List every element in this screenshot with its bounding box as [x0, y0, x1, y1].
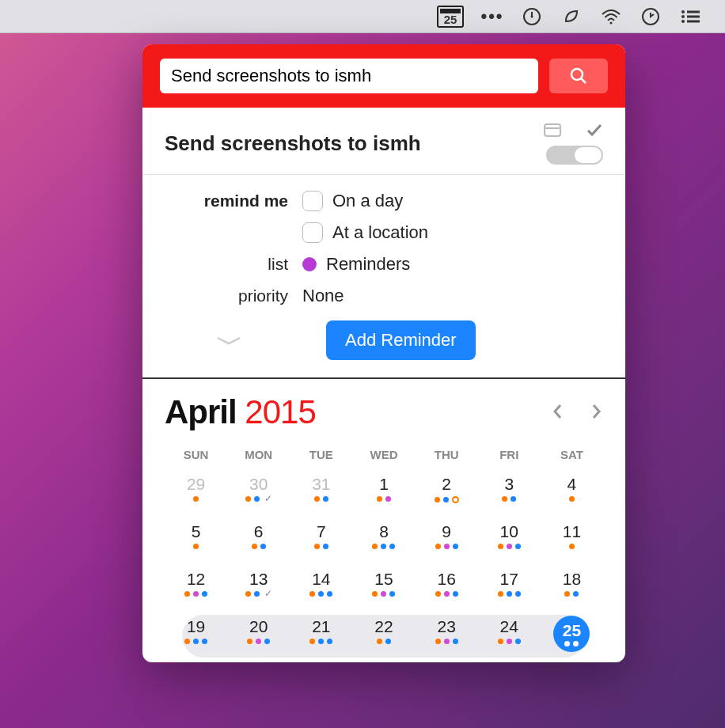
calendar-day[interactable]: 2 [416, 472, 478, 520]
day-number: 3 [504, 475, 514, 493]
day-number: 18 [563, 570, 581, 588]
event-dot [254, 591, 260, 597]
calendar-next-button[interactable] [590, 402, 603, 423]
calendar-day[interactable]: 19 [165, 615, 227, 662]
day-number: 8 [379, 522, 389, 540]
search-icon [569, 66, 588, 85]
event-dot [502, 496, 507, 502]
calendar-day[interactable]: 21 [290, 615, 352, 662]
reminder-mode-icon[interactable] [586, 122, 603, 141]
menubar-wifi-icon[interactable] [600, 6, 622, 28]
event-dot [260, 544, 266, 549]
menubar-leaf-icon[interactable] [560, 6, 583, 28]
day-number: 22 [374, 617, 393, 635]
calendar-day[interactable]: 11 [541, 520, 603, 567]
event-dot [318, 591, 324, 597]
day-number: 20 [249, 617, 268, 635]
menubar-more-icon[interactable]: ••• [481, 6, 503, 28]
calendar-prev-button[interactable] [551, 402, 564, 423]
calendar-day[interactable]: 24 [478, 615, 541, 662]
calendar-day[interactable]: 29 [165, 472, 227, 520]
calendar-day[interactable]: 13✓ [227, 567, 290, 615]
expand-chevron-icon[interactable] [169, 335, 288, 346]
event-dot [453, 639, 458, 644]
event-dot [515, 591, 521, 597]
event-dot [245, 496, 251, 502]
event-dot [435, 497, 440, 502]
menubar-list-icon[interactable] [679, 6, 701, 28]
calendar-title: April 2015 [165, 393, 316, 431]
list-label: list [169, 255, 288, 274]
calendar-day[interactable]: 5 [165, 520, 227, 567]
event-dot [435, 639, 441, 644]
svg-point-3 [610, 21, 613, 24]
day-number: 6 [254, 522, 264, 540]
event-dot [327, 639, 332, 644]
calendar-day[interactable]: 20 [227, 615, 290, 662]
menubar-info-icon[interactable] [521, 6, 543, 28]
mode-toggle[interactable] [546, 146, 603, 165]
event-dot [507, 591, 512, 597]
event-dot [569, 496, 575, 502]
event-dot [372, 544, 378, 549]
day-number: 17 [500, 570, 518, 588]
search-bar [142, 44, 625, 108]
list-select[interactable]: Reminders [302, 254, 410, 275]
calendar-day[interactable]: 7 [290, 520, 352, 567]
day-number: 16 [437, 570, 455, 588]
event-dot [193, 639, 199, 644]
calendar-day[interactable]: 22 [352, 615, 415, 662]
day-number: 29 [187, 475, 205, 493]
day-number: 13 [249, 570, 268, 588]
calendar-day[interactable]: 17 [478, 567, 541, 615]
calendar-day[interactable]: 1 [352, 472, 415, 520]
search-input[interactable] [160, 59, 538, 93]
priority-select[interactable]: None [302, 286, 344, 306]
calendar-year: 2015 [245, 393, 315, 430]
add-reminder-button[interactable]: Add Reminder [326, 320, 476, 360]
calendar-day[interactable]: 3 [478, 472, 541, 520]
calendar-day[interactable]: 14 [290, 567, 352, 615]
event-dot [202, 591, 207, 597]
search-button[interactable] [549, 59, 608, 93]
event-dot [507, 639, 512, 644]
day-number: 2 [442, 475, 451, 493]
event-dot [314, 496, 320, 502]
event-dot [444, 544, 450, 549]
event-dot [564, 591, 570, 597]
calendar-day[interactable]: 12 [165, 567, 227, 615]
calendar-day[interactable]: 4 [541, 472, 603, 520]
day-number: 12 [187, 570, 205, 588]
event-dot [453, 544, 458, 549]
calendar-day[interactable]: 25 [541, 615, 603, 662]
calendar-day[interactable]: 30✓ [227, 472, 290, 520]
list-value: Reminders [326, 254, 410, 275]
priority-value: None [302, 286, 344, 306]
calendar-month: April [165, 393, 237, 430]
calendar-day[interactable]: 18 [541, 567, 603, 615]
on-a-day-label: On a day [332, 191, 403, 211]
calendar-day[interactable]: 10 [478, 520, 541, 567]
day-number: 30 [249, 475, 268, 493]
menubar-clock-icon[interactable] [640, 6, 662, 28]
event-dot [372, 591, 378, 597]
calendar-day[interactable]: 15 [352, 567, 415, 615]
reminder-title: Send screenshots to ismh [165, 131, 421, 156]
calendar-day[interactable]: 9 [416, 520, 478, 567]
dow-label: SAT [541, 446, 603, 472]
menubar-calendar-icon[interactable]: 25 [437, 6, 464, 28]
calendar-today[interactable]: 25 [553, 616, 590, 652]
calendar-day[interactable]: 23 [416, 615, 478, 662]
list-color-dot [302, 257, 317, 271]
on-a-day-checkbox[interactable] [302, 191, 323, 211]
event-dot [309, 639, 315, 644]
calendar-day[interactable]: 8 [352, 520, 415, 567]
at-location-checkbox[interactable] [302, 222, 323, 243]
calendar-day[interactable]: 16 [416, 567, 478, 615]
calendar-day[interactable]: 6 [227, 520, 290, 567]
calendar-day[interactable]: 31 [290, 472, 352, 520]
event-dot [498, 591, 503, 597]
event-mode-icon[interactable] [543, 122, 562, 141]
event-dot [385, 639, 391, 644]
svg-point-9 [681, 20, 685, 23]
